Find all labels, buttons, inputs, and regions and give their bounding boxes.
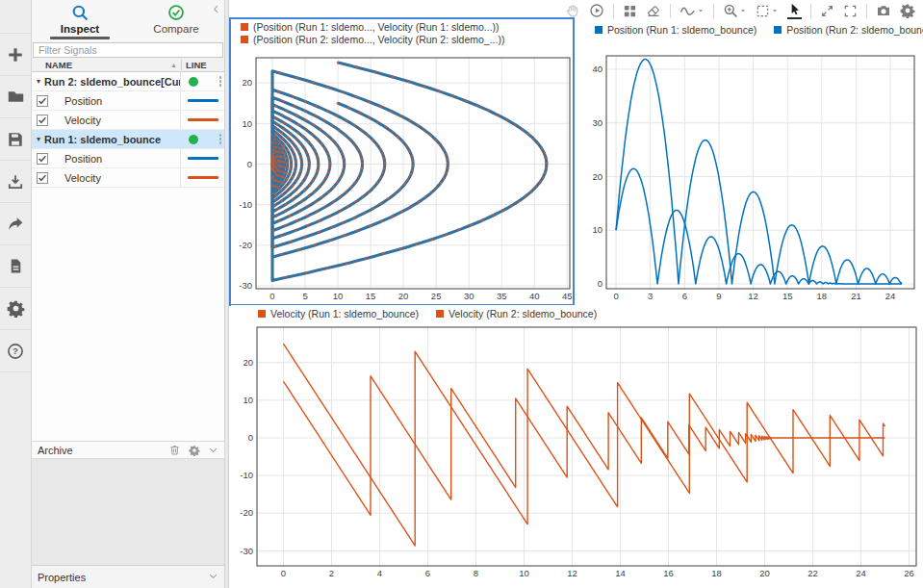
subplot-position-vs-time[interactable]: Position (Run 1: sldemo_bounce) Position… <box>577 17 923 306</box>
run-options-menu[interactable] <box>219 76 222 87</box>
signal-row-velocity-run1[interactable]: Velocity <box>32 168 224 188</box>
export-share-icon <box>7 216 24 233</box>
tab-inspect[interactable]: Inspect <box>32 0 128 40</box>
replay-button[interactable] <box>589 3 604 18</box>
svg-text:8: 8 <box>474 568 478 578</box>
zoom-in-button[interactable] <box>723 3 747 18</box>
legend-label: Position (Run 1: sldemo_bounce) <box>607 24 756 36</box>
open-button[interactable] <box>0 76 31 118</box>
line-style-swatch[interactable] <box>188 99 218 102</box>
position-checkbox[interactable] <box>37 95 48 107</box>
floppy-disk-icon <box>7 131 24 148</box>
legend-label: (Position (Run 2: sldemo..., Velocity (R… <box>253 34 504 45</box>
create-report-button[interactable] <box>0 245 31 288</box>
svg-text:45: 45 <box>562 291 573 301</box>
properties-header[interactable]: Properties <box>32 565 224 588</box>
plot-legend: (Position (Run 1: sldemo..., Velocity (R… <box>241 21 504 45</box>
caret-down-icon <box>771 7 779 14</box>
archive-label: Archive <box>38 445 73 456</box>
plot-settings-button[interactable] <box>900 3 915 18</box>
run-status-dot <box>189 77 198 87</box>
position-plot-canvas[interactable]: 03691215182124010203040 <box>577 17 923 306</box>
svg-text:0: 0 <box>269 291 274 301</box>
svg-text:14: 14 <box>615 568 626 578</box>
legend-entry: (Position (Run 2: sldemo..., Velocity (R… <box>241 34 504 45</box>
signal-row-position-run2[interactable]: Position <box>32 91 224 111</box>
expand-triangle-icon[interactable]: ▾ <box>37 135 40 143</box>
chevron-down-icon[interactable] <box>208 445 218 455</box>
svg-text:20: 20 <box>242 77 252 88</box>
caret-down-icon <box>697 7 705 14</box>
snapshot-button[interactable] <box>876 3 891 18</box>
arrow-cursor-icon <box>787 2 802 16</box>
preferences-button[interactable] <box>0 288 31 330</box>
svg-text:-20: -20 <box>240 507 253 518</box>
tab-compare[interactable]: Compare <box>128 0 224 40</box>
velocity-plot-canvas[interactable]: 02468101214161820222426-30-20-1001020 <box>231 305 923 588</box>
signals-table: ▾ Run 2: sldemo_bounce[Current] Position… <box>32 72 224 188</box>
subplot-velocity-vs-time[interactable]: Velocity (Run 1: sldemo_bounce) Velocity… <box>231 305 923 588</box>
signal-row-velocity-run2[interactable]: Velocity <box>32 111 224 130</box>
add-button[interactable] <box>0 33 31 76</box>
open-in-figure-button[interactable] <box>820 4 834 18</box>
position-checkbox[interactable] <box>37 153 48 165</box>
column-header-name[interactable]: NAME ▲ <box>32 60 181 70</box>
line-style-swatch[interactable] <box>188 157 218 160</box>
velocity-checkbox[interactable] <box>37 172 48 184</box>
export-button[interactable] <box>0 203 31 245</box>
import-download-icon <box>7 173 24 191</box>
layout-button[interactable] <box>623 4 637 18</box>
gear-icon[interactable] <box>189 445 200 456</box>
svg-text:0: 0 <box>613 291 618 301</box>
column-header-line[interactable]: LINE <box>181 60 224 70</box>
fullscreen-button[interactable] <box>843 4 858 18</box>
fit-to-view-button[interactable] <box>756 4 779 18</box>
legend-label: (Position (Run 1: sldemo..., Velocity (R… <box>253 21 500 33</box>
svg-text:0: 0 <box>247 159 252 169</box>
svg-text:0: 0 <box>598 278 603 289</box>
filter-signals-input[interactable] <box>33 42 223 58</box>
subplot-phase-position-vs-velocity[interactable]: (Position (Run 1: sldemo..., Velocity (R… <box>229 17 575 306</box>
signal-label: Velocity <box>64 172 101 184</box>
line-style-swatch[interactable] <box>188 118 218 121</box>
velocity-checkbox[interactable] <box>37 115 48 126</box>
tab-inspect-label: Inspect <box>61 23 99 35</box>
collapse-panel-button[interactable] <box>211 1 221 18</box>
svg-text:12: 12 <box>567 568 577 578</box>
svg-text:-20: -20 <box>239 240 252 250</box>
data-cursors-button[interactable] <box>679 3 705 19</box>
svg-text:20: 20 <box>398 291 409 301</box>
plot-legend: Velocity (Run 1: sldemo_bounce) Velocity… <box>258 308 597 320</box>
pan-button[interactable] <box>565 3 580 18</box>
phase-plot-canvas[interactable]: 051015202530354045-30-20-1001020 <box>231 19 573 304</box>
svg-text:20: 20 <box>243 357 253 368</box>
camera-icon <box>876 3 891 18</box>
checkmark-icon <box>38 154 47 164</box>
clear-plots-button[interactable] <box>646 3 661 18</box>
line-style-swatch[interactable] <box>188 176 218 179</box>
import-button[interactable] <box>0 161 31 203</box>
svg-text:10: 10 <box>333 291 344 301</box>
svg-text:30: 30 <box>464 291 474 301</box>
svg-text:10: 10 <box>592 224 603 235</box>
save-button[interactable] <box>0 118 31 161</box>
archive-header[interactable]: Archive <box>32 441 224 459</box>
run-row-run1[interactable]: ▾ Run 1: sldemo_bounce <box>32 130 224 149</box>
signal-row-position-run1[interactable]: Position <box>32 149 224 168</box>
help-button[interactable] <box>0 330 31 372</box>
signal-wave-icon <box>679 3 696 19</box>
signals-panel: Inspect Compare NAME ▲ LINE ▾ R <box>32 0 224 588</box>
pointer-button[interactable] <box>787 2 802 19</box>
run-options-menu[interactable] <box>219 134 222 144</box>
run-row-run2[interactable]: ▾ Run 2: sldemo_bounce[Current] <box>32 72 224 91</box>
legend-label: Velocity (Run 2: sldemo_bounce) <box>449 308 597 320</box>
svg-text:0: 0 <box>281 568 286 578</box>
expand-triangle-icon[interactable]: ▾ <box>37 77 40 86</box>
run-status-dot <box>189 135 198 144</box>
properties-label: Properties <box>38 572 86 583</box>
trash-icon[interactable] <box>168 444 181 456</box>
svg-text:2: 2 <box>329 568 334 578</box>
svg-text:0: 0 <box>248 432 253 443</box>
svg-text:20: 20 <box>759 568 770 578</box>
svg-text:4: 4 <box>377 568 382 578</box>
